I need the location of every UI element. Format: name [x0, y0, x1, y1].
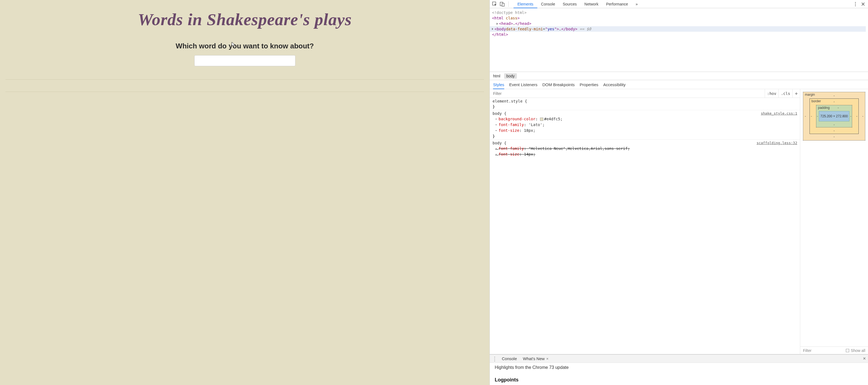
expand-caret-icon[interactable]	[497, 23, 498, 25]
rendered-page: Words in Shakespeare's plays Which word …	[0, 0, 490, 385]
crumb-body[interactable]: body	[504, 73, 517, 79]
style-rule[interactable]: shake_style.css:1body { background-color…	[490, 110, 800, 140]
rule-source-link[interactable]: shake_style.css:1	[761, 111, 797, 116]
close-icon[interactable]: ×	[546, 357, 549, 361]
kebab-menu-icon[interactable]	[852, 1, 859, 7]
styles-toolbar: :hov .cls +	[490, 89, 800, 98]
tab-performance[interactable]: Performance	[602, 0, 632, 8]
svg-point-4	[855, 4, 856, 4]
subtab-event-listeners[interactable]: Event Listeners	[509, 80, 537, 89]
inspect-icon[interactable]	[491, 1, 498, 7]
dom-selected-line[interactable]: ⋯ <body data-feedly-mini="yes">…</body> …	[490, 26, 866, 32]
sidebar-subtabs: Styles Event Listeners DOM Breakpoints P…	[490, 80, 868, 89]
drawer-menu-icon[interactable]: ⋮	[492, 355, 497, 362]
divider	[5, 92, 484, 92]
svg-rect-2	[502, 3, 504, 6]
tab-network[interactable]: Network	[581, 0, 602, 8]
checkbox-icon[interactable]	[846, 349, 849, 352]
dom-html-close: </html>	[492, 32, 508, 37]
divider	[5, 79, 484, 80]
style-rule[interactable]: element.style { }	[490, 98, 800, 110]
box-model[interactable]: margin - - - - border - - - - padding	[800, 89, 868, 347]
subtab-accessibility[interactable]: Accessibility	[603, 80, 626, 89]
cls-toggle[interactable]: .cls	[778, 89, 792, 98]
device-toggle-icon[interactable]	[499, 1, 506, 7]
dom-ellipsis-icon: ⋯	[490, 26, 492, 32]
style-rule[interactable]: scaffolding.less:32body { font-family: "…	[490, 140, 800, 158]
tab-sources[interactable]: Sources	[559, 0, 581, 8]
devtools-toolbar: Elements Console Sources Network Perform…	[490, 0, 868, 8]
svg-point-5	[855, 5, 856, 6]
tab-console[interactable]: Console	[537, 0, 559, 8]
subtab-dom-breakpoints[interactable]: DOM Breakpoints	[542, 80, 575, 89]
color-swatch-icon[interactable]	[540, 118, 543, 121]
close-icon[interactable]: ×	[863, 356, 866, 361]
styles-filter-input[interactable]	[490, 89, 765, 98]
tab-elements[interactable]: Elements	[514, 0, 537, 8]
whatsnew-heading: Highlights from the Chrome 73 update	[495, 365, 863, 370]
rule-source-link[interactable]: scaffolding.less:32	[756, 140, 797, 146]
page-question-label: Which word do you want to know about?	[3, 42, 487, 50]
new-style-rule-button[interactable]: +	[792, 89, 800, 98]
dom-html-open: <html	[492, 16, 506, 20]
hov-toggle[interactable]: :hov	[765, 89, 779, 98]
dom-doctype: <!doctype html>	[492, 10, 526, 15]
cursor-icon	[231, 42, 236, 47]
style-rules-scroll[interactable]: element.style { } shake_style.css:1body …	[490, 98, 800, 354]
tabs-overflow-icon[interactable]: »	[632, 0, 642, 8]
box-model-content: 725.200 × 272.800	[819, 111, 849, 121]
expand-caret-icon[interactable]	[492, 28, 493, 30]
drawer-tab-console[interactable]: Console	[500, 356, 519, 361]
svg-point-3	[855, 2, 856, 3]
crumb-html[interactable]: html	[493, 74, 500, 78]
devtools-panel: Elements Console Sources Network Perform…	[490, 0, 868, 385]
drawer-tab-whatsnew[interactable]: What's New ×	[521, 356, 550, 361]
subtab-properties[interactable]: Properties	[580, 80, 598, 89]
page-title: Words in Shakespeare's plays	[3, 10, 487, 29]
devtools-drawer: ⋮ Console What's New × × Highlights from…	[490, 354, 868, 385]
dom-tree[interactable]: <!doctype html> <html class> <head>…</he…	[490, 8, 868, 72]
subtab-styles[interactable]: Styles	[493, 80, 504, 89]
word-input[interactable]	[194, 55, 296, 66]
whatsnew-section: Logpoints	[495, 377, 863, 383]
dom-breadcrumbs: html body	[490, 72, 868, 80]
computed-filter-row: Filter Show all	[800, 347, 868, 354]
close-icon[interactable]	[860, 1, 866, 7]
